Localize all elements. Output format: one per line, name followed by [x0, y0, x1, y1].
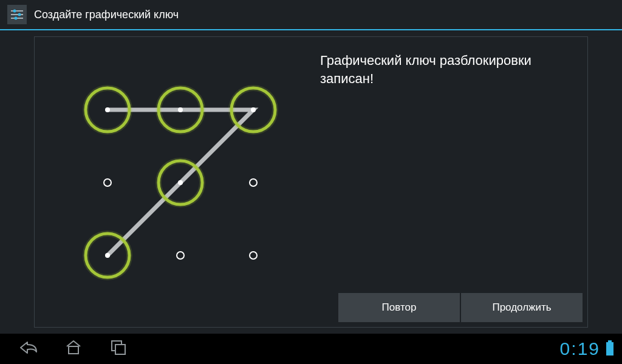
- svg-point-23: [177, 252, 184, 259]
- svg-point-22: [105, 253, 110, 258]
- svg-rect-27: [115, 345, 125, 354]
- title-bar: Создайте графический ключ: [0, 0, 622, 29]
- content-panel: Графический ключ разблокировки записан! …: [34, 36, 588, 328]
- svg-point-4: [18, 13, 21, 16]
- pattern-cell-4[interactable]: [159, 161, 202, 204]
- svg-point-15: [104, 179, 111, 186]
- page-title: Создайте графический ключ: [34, 8, 179, 21]
- pattern-cell-8[interactable]: [250, 252, 257, 259]
- button-row: Повтор Продолжить: [338, 293, 583, 322]
- retry-button[interactable]: Повтор: [338, 293, 460, 322]
- svg-point-8: [105, 107, 110, 112]
- back-button[interactable]: [18, 337, 39, 360]
- settings-icon: [7, 5, 27, 24]
- status-message: Графический ключ разблокировки записан!: [320, 52, 575, 87]
- pattern-cell-3[interactable]: [104, 179, 111, 186]
- status-clock[interactable]: 0:19: [560, 339, 600, 359]
- title-divider: [0, 29, 622, 30]
- svg-point-3: [13, 10, 16, 13]
- pattern-cell-7[interactable]: [177, 252, 184, 259]
- svg-point-14: [251, 107, 256, 112]
- svg-point-19: [250, 179, 257, 186]
- recents-button[interactable]: [108, 337, 129, 360]
- svg-rect-25: [69, 346, 78, 354]
- svg-point-11: [178, 107, 183, 112]
- pattern-cell-5[interactable]: [250, 179, 257, 186]
- svg-point-24: [250, 252, 257, 259]
- svg-point-18: [178, 180, 183, 185]
- svg-point-5: [15, 17, 18, 20]
- navigation-bar: 0:19: [0, 334, 622, 364]
- screen: Создайте графический ключ: [0, 0, 622, 364]
- pattern-cell-6[interactable]: [86, 234, 129, 277]
- pattern-lock[interactable]: [41, 43, 314, 322]
- home-button[interactable]: [63, 337, 84, 360]
- continue-button[interactable]: Продолжить: [461, 293, 583, 322]
- battery-icon: [606, 342, 613, 356]
